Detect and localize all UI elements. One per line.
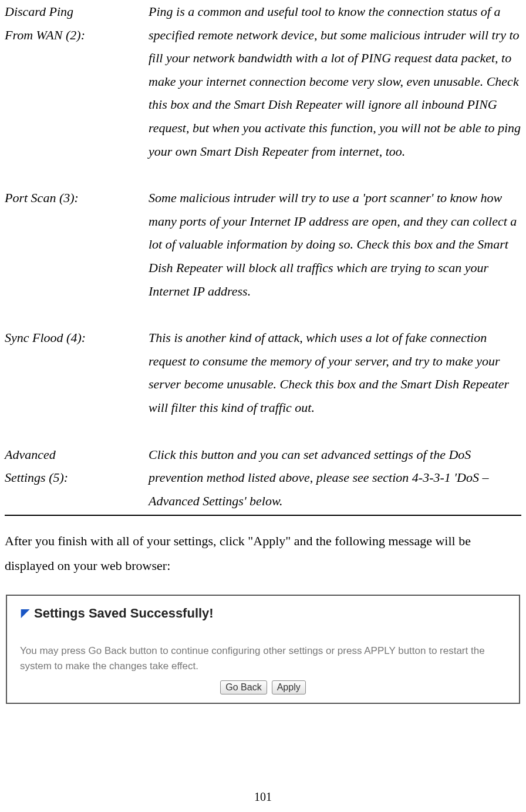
- definitions-table: Discard Ping From WAN (2): Ping is a com…: [5, 0, 521, 512]
- definition-row: Sync Flood (4): This is another kind of …: [5, 326, 521, 419]
- definition-row: Advanced Settings (5): Click this button…: [5, 443, 521, 513]
- apply-button[interactable]: Apply: [272, 680, 306, 694]
- definition-label-line1: Port Scan (3):: [5, 186, 149, 210]
- definition-label-line1: Advanced: [5, 443, 149, 467]
- definition-row: Port Scan (3): Some malicious intruder w…: [5, 186, 521, 303]
- go-back-button[interactable]: Go Back: [220, 680, 267, 694]
- body-text: After you finish with all of your settin…: [5, 529, 521, 578]
- definition-desc-rest: Some malicious intruder will try to use …: [149, 190, 517, 298]
- definition-label-line1: Discard Ping: [5, 0, 149, 24]
- definition-label-line1: Sync Flood (4):: [5, 326, 149, 350]
- settings-saved-dialog: ◤ Settings Saved Successfully! You may p…: [6, 595, 520, 704]
- definition-desc-rest: This is another kind of attack, which us…: [149, 330, 509, 415]
- dialog-header: ◤ Settings Saved Successfully!: [7, 596, 519, 628]
- definition-label-line2: Settings (5):: [5, 466, 149, 489]
- definition-row: Discard Ping From WAN (2): Ping is a com…: [5, 0, 521, 163]
- dialog-title: Settings Saved Successfully!: [34, 602, 214, 625]
- dialog-body-text: You may press Go Back button to continue…: [7, 627, 519, 676]
- definition-desc-rest: the connection status of a specified rem…: [149, 4, 521, 159]
- definition-desc-line1: Click this button and you can set advanc…: [149, 447, 370, 462]
- page-number: 101: [5, 786, 521, 807]
- section-divider: [5, 515, 521, 516]
- definition-desc-line1: Ping is a common and useful tool to know: [149, 4, 365, 19]
- definition-label-line2: From WAN (2):: [5, 24, 149, 47]
- arrow-icon: ◤: [21, 603, 29, 622]
